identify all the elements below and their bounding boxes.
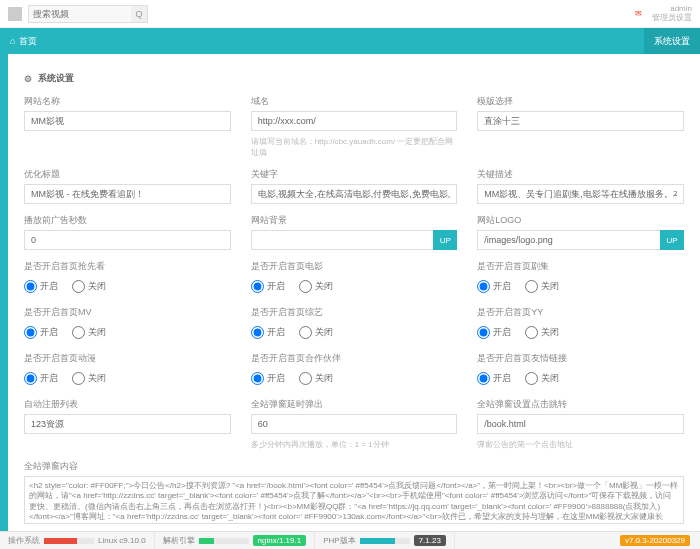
label-keywords: 关键字 — [251, 168, 458, 181]
input-domain[interactable] — [251, 111, 458, 131]
label-site-name: 网站名称 — [24, 95, 231, 108]
hint-popup-page: 弹窗公告的第一个点击地址 — [477, 439, 684, 450]
radio-mv-off[interactable]: 关闭 — [72, 326, 106, 339]
label-auto-list: 自动注册列表 — [24, 398, 231, 411]
hint-popup-delay: 多少分钟内再次播放，单位：1 = 1分钟 — [251, 439, 458, 450]
home-icon[interactable]: ⌂ — [10, 36, 15, 46]
footer-php-label: PHP版本 — [323, 535, 355, 546]
footer: 操作系统Linux c9.10.0 解析引擎nginx/1.19.1 PHP版本… — [0, 531, 700, 549]
input-keywords[interactable] — [251, 184, 458, 204]
label-home-yy: 是否开启首页YY — [477, 306, 684, 319]
input-site-name[interactable] — [24, 111, 231, 131]
label-description: 关键描述 — [477, 168, 684, 181]
label-home-anime: 是否开启首页动漫 — [24, 352, 231, 365]
radio-mv-on[interactable]: 开启 — [24, 326, 58, 339]
radio-friend-off[interactable]: 关闭 — [525, 372, 559, 385]
input-template[interactable] — [477, 111, 684, 131]
section-title: 系统设置 — [38, 72, 74, 85]
label-home-friend: 是否开启首页友情链接 — [477, 352, 684, 365]
radio-anime-on[interactable]: 开启 — [24, 372, 58, 385]
section-head: ⚙ 系统设置 — [24, 66, 684, 95]
input-auto-list[interactable] — [24, 414, 231, 434]
input-site-bg[interactable] — [251, 230, 458, 250]
input-site-logo[interactable] — [477, 230, 684, 250]
footer-version: v7.0.3-20200329 — [620, 535, 690, 546]
hint-domain: 请填写当前域名：http://cbc.yauadh.com/ 一定要把配合网址填 — [251, 136, 458, 158]
apps-icon[interactable] — [8, 7, 22, 21]
radio-tv-on[interactable]: 开启 — [477, 280, 511, 293]
radio-tv-off[interactable]: 关闭 — [525, 280, 559, 293]
search-input[interactable] — [28, 5, 148, 23]
radio-movie-on[interactable]: 开启 — [251, 280, 285, 293]
input-popup-page[interactable] — [477, 414, 684, 434]
label-site-bg: 网站背景 — [251, 214, 458, 227]
mail-icon[interactable]: ✉ — [635, 9, 642, 18]
left-rail — [0, 54, 8, 531]
radio-movie-off[interactable]: 关闭 — [299, 280, 333, 293]
label-home-snap: 是否开启首页抢先看 — [24, 260, 231, 273]
radio-snap-off[interactable]: 关闭 — [72, 280, 106, 293]
radio-yy-on[interactable]: 开启 — [477, 326, 511, 339]
footer-os: Linux c9.10.0 — [98, 536, 146, 545]
label-popup-delay: 全站弹窗延时弹出 — [251, 398, 458, 411]
radio-friend-on[interactable]: 开启 — [477, 372, 511, 385]
label-home-partner: 是否开启首页合作伙伴 — [251, 352, 458, 365]
label-template: 模版选择 — [477, 95, 684, 108]
radio-snap-on[interactable]: 开启 — [24, 280, 58, 293]
input-popup-delay[interactable] — [251, 414, 458, 434]
gear-icon: ⚙ — [24, 74, 32, 84]
label-popup-page: 全站弹窗设置点击跳转 — [477, 398, 684, 411]
label-seo-title: 优化标题 — [24, 168, 231, 181]
input-ad-sec[interactable] — [24, 230, 231, 250]
radio-partner-off[interactable]: 关闭 — [299, 372, 333, 385]
textarea-popup-content[interactable]: <h2 style="color: #FF00FF;">今日公告</h2>搜不到… — [24, 476, 684, 524]
user-info[interactable]: admin 管理员设置 — [652, 5, 692, 23]
label-ad-sec: 播放前广告秒数 — [24, 214, 231, 227]
page-title-tab: 系统设置 — [644, 28, 700, 54]
radio-anime-off[interactable]: 关闭 — [72, 372, 106, 385]
footer-php: 7.1.23 — [414, 535, 446, 546]
radio-partner-on[interactable]: 开启 — [251, 372, 285, 385]
label-home-mv: 是否开启首页MV — [24, 306, 231, 319]
upload-logo-button[interactable]: UP — [660, 230, 684, 250]
nav-home[interactable]: 首页 — [19, 35, 37, 48]
upload-bg-button[interactable]: UP — [433, 230, 457, 250]
footer-parse: nginx/1.19.1 — [253, 535, 307, 546]
radio-yy-off[interactable]: 关闭 — [525, 326, 559, 339]
radio-variety-on[interactable]: 开启 — [251, 326, 285, 339]
label-site-logo: 网站LOGO — [477, 214, 684, 227]
label-home-variety: 是否开启首页综艺 — [251, 306, 458, 319]
topbar: Q ✉ admin 管理员设置 — [0, 0, 700, 28]
label-popup-content: 全站弹窗内容 — [24, 460, 684, 473]
footer-parse-label: 解析引擎 — [163, 535, 195, 546]
label-home-movie: 是否开启首页电影 — [251, 260, 458, 273]
search-box: Q — [28, 5, 148, 23]
input-seo-title[interactable] — [24, 184, 231, 204]
search-button[interactable]: Q — [131, 6, 147, 22]
nav-bar: ⌂ 首页 系统设置 — [0, 28, 700, 54]
user-role: 管理员设置 — [652, 14, 692, 23]
footer-os-label: 操作系统 — [8, 535, 40, 546]
label-domain: 域名 — [251, 95, 458, 108]
input-description[interactable] — [477, 184, 684, 204]
radio-variety-off[interactable]: 关闭 — [299, 326, 333, 339]
label-home-tv: 是否开启首页剧集 — [477, 260, 684, 273]
